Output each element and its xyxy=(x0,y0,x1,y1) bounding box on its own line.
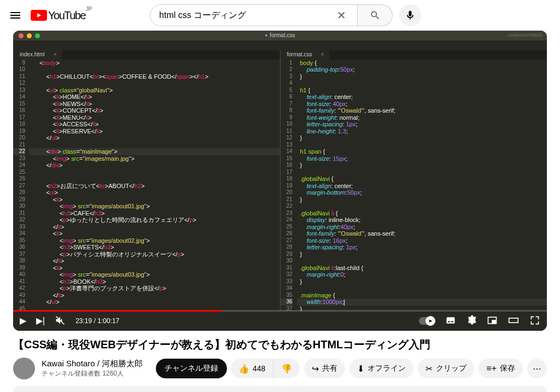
video-title: 【CSS編・現役WEBデザイナーが教える】初めてでもわかるHTMLコーディング入… xyxy=(13,337,547,352)
editor-title: format.css xyxy=(265,32,295,39)
channel-avatar[interactable] xyxy=(13,358,35,379)
autoplay-toggle[interactable] xyxy=(419,317,435,325)
unregistered-label: UNREGISTERED xyxy=(508,32,542,39)
search-input-wrapper[interactable]: ✕ xyxy=(150,4,358,26)
svg-rect-3 xyxy=(451,321,453,323)
svg-rect-1 xyxy=(447,317,455,324)
clip-button[interactable]: ✂クリップ xyxy=(418,359,474,378)
youtube-logo[interactable]: YouTube JP xyxy=(31,9,85,22)
editor-tab-left: index.html× xyxy=(13,50,62,60)
save-button[interactable]: ≡+保存 xyxy=(479,359,523,378)
offline-button[interactable]: ⬇オフライン xyxy=(349,359,413,378)
next-button[interactable]: ▶| xyxy=(36,318,45,325)
thumbs-up-icon: 👍 xyxy=(238,364,249,374)
dislike-button[interactable]: 👎 xyxy=(273,359,300,378)
share-icon: ↪ xyxy=(312,364,319,374)
time-display: 23:19 / 1:00:17 xyxy=(75,318,119,325)
voice-search-button[interactable] xyxy=(399,4,421,26)
progress-bar[interactable] xyxy=(13,310,547,312)
video-player[interactable]: format.css UNREGISTERED index.html× 9101… xyxy=(13,31,547,331)
captions-button[interactable] xyxy=(445,315,456,327)
window-controls xyxy=(13,33,45,38)
thumbs-down-icon: 👎 xyxy=(281,364,292,374)
svg-rect-6 xyxy=(509,318,518,323)
svg-rect-2 xyxy=(448,321,450,323)
settings-button[interactable] xyxy=(466,315,477,327)
search-input[interactable] xyxy=(159,10,335,20)
share-button[interactable]: ↪共有 xyxy=(304,359,345,378)
scissors-icon: ✂ xyxy=(425,364,433,374)
download-icon: ⬇ xyxy=(357,364,364,374)
search-clear-icon[interactable]: ✕ xyxy=(335,9,348,22)
channel-name[interactable]: Kawai Shotaro / 河相勝太郎 xyxy=(42,359,143,369)
subscriber-count: チャンネル登録者数 1260人 xyxy=(42,369,143,378)
more-actions-button[interactable]: ⋯ xyxy=(527,359,547,378)
play-button[interactable]: ▶ xyxy=(20,318,26,325)
subscribe-button[interactable]: チャンネル登録 xyxy=(156,359,227,378)
like-button[interactable]: 👍448 xyxy=(231,359,273,378)
svg-rect-5 xyxy=(492,320,495,323)
hamburger-menu-icon[interactable] xyxy=(9,9,22,22)
theater-button[interactable] xyxy=(508,315,520,327)
playlist-add-icon: ≡+ xyxy=(486,364,497,373)
editor-tab-right: format.css× xyxy=(281,50,329,60)
video-description[interactable]: 1.8万 回視聴 3 年前 #コーディング #HTML #CSS 【架空のカフェ… xyxy=(13,386,547,392)
miniplayer-button[interactable] xyxy=(487,315,498,327)
fullscreen-button[interactable] xyxy=(529,315,540,327)
mute-button[interactable] xyxy=(55,315,66,327)
search-button[interactable] xyxy=(358,4,393,26)
